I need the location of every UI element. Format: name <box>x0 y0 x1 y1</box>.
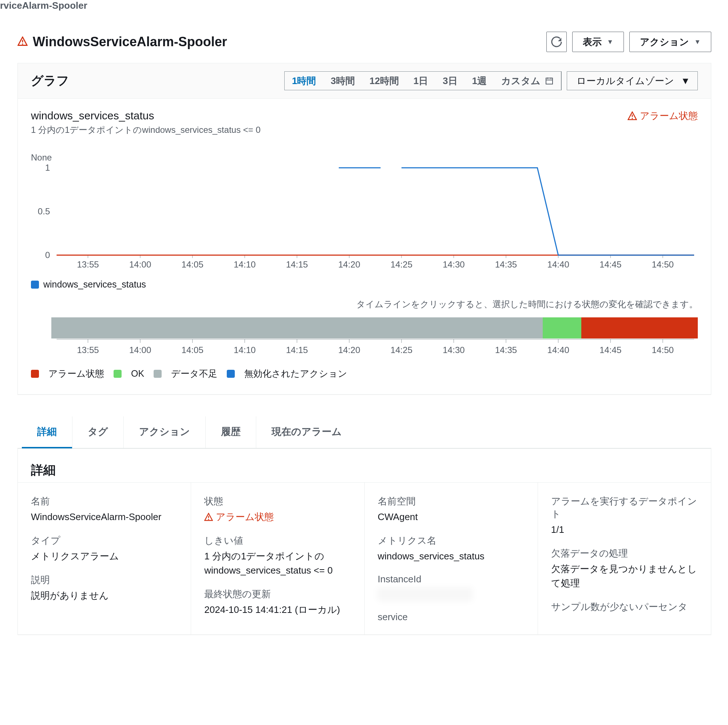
svg-text:14:05: 14:05 <box>182 260 203 269</box>
field-value-instance: i-00000000000000000 <box>378 587 525 601</box>
timezone-label: ローカルタイムゾーン <box>577 75 674 87</box>
field-value-namespace: CWAgent <box>378 510 525 524</box>
graph-header: グラフ <box>31 72 69 89</box>
chart-y-label: None <box>31 153 698 163</box>
actions-button-label: アクション <box>640 36 689 48</box>
svg-rect-2 <box>546 78 552 84</box>
field-value-state: アラーム状態 <box>204 510 351 524</box>
timeline-chunk-ok[interactable] <box>543 317 582 338</box>
svg-point-7 <box>632 118 633 119</box>
display-button[interactable]: 表示 ▼ <box>572 32 624 52</box>
svg-text:14:15: 14:15 <box>286 260 308 269</box>
field-value-last-update: 2024-10-15 14:41:21 (ローカル) <box>204 603 351 617</box>
legend-insufficient: データ不足 <box>171 368 217 379</box>
svg-text:14:35: 14:35 <box>495 260 517 269</box>
svg-text:14:45: 14:45 <box>600 345 621 355</box>
caret-down-icon: ▼ <box>694 38 701 46</box>
svg-text:14:10: 14:10 <box>234 345 255 355</box>
details-col-3: 名前空間 CWAgent メトリクス名 windows_services_sta… <box>364 482 538 635</box>
svg-text:13:55: 13:55 <box>77 260 99 269</box>
field-value-type: メトリクスアラーム <box>31 549 177 563</box>
alarm-icon <box>17 37 28 48</box>
caret-down-icon: ▼ <box>681 75 690 87</box>
refresh-button[interactable] <box>546 32 567 52</box>
tab-履歴[interactable]: 履歴 <box>205 416 256 448</box>
time-range-switcher: 1時間 3時間 12時間 1日 3日 1週 カスタム <box>284 71 562 90</box>
svg-text:14:50: 14:50 <box>652 345 674 355</box>
svg-text:14:20: 14:20 <box>338 260 360 269</box>
alarm-state-badge: アラーム状態 <box>627 110 698 122</box>
svg-text:14:25: 14:25 <box>391 260 412 269</box>
tab-タグ[interactable]: タグ <box>72 416 123 448</box>
timeline-hint: タイムラインをクリックすると、選択した時間における状態の変化を確認できます。 <box>31 298 698 310</box>
timeline-chunk-insufficient[interactable] <box>51 317 543 338</box>
range-3d[interactable]: 3日 <box>435 72 465 90</box>
series-swatch-icon <box>31 281 39 289</box>
range-custom[interactable]: カスタム <box>494 72 561 90</box>
tab-現在のアラーム[interactable]: 現在のアラーム <box>256 416 357 448</box>
svg-text:14:30: 14:30 <box>443 260 465 269</box>
field-value-desc: 説明がありません <box>31 589 177 603</box>
field-value-name: WindowsServiceAlarm-Spooler <box>31 510 177 524</box>
field-value-threshold: 1 分内の1データポイントのwindows_services_status <=… <box>204 549 351 578</box>
svg-text:14:45: 14:45 <box>600 260 621 269</box>
svg-text:14:15: 14:15 <box>286 345 308 355</box>
svg-text:13:55: 13:55 <box>77 345 99 355</box>
field-value-missing: 欠落データを見つかりませんとして処理 <box>551 562 698 590</box>
field-label: 欠落データの処理 <box>551 547 698 560</box>
state-legend: アラーム状態 OK データ不足 無効化されたアクション <box>31 368 698 379</box>
svg-text:14:30: 14:30 <box>443 345 465 355</box>
line-chart[interactable]: 10.5013:5514:0014:0514:1014:1514:2014:25… <box>31 164 698 273</box>
field-value-state-text: アラーム状態 <box>216 510 274 524</box>
svg-text:1: 1 <box>45 164 50 173</box>
state-timeline[interactable] <box>51 317 698 338</box>
swatch-ok-icon <box>113 370 122 378</box>
field-label: しきい値 <box>204 534 351 547</box>
field-label: 名前空間 <box>378 495 525 508</box>
chart-title: windows_services_status <box>31 110 261 122</box>
svg-text:14:05: 14:05 <box>182 345 203 355</box>
header-row: WindowsServiceAlarm-Spooler 表示 ▼ アクション ▼ <box>17 32 711 52</box>
svg-text:14:40: 14:40 <box>547 345 569 355</box>
timeline-chunk-alarm[interactable] <box>581 317 698 338</box>
range-12h[interactable]: 12時間 <box>362 72 406 90</box>
svg-point-63 <box>208 519 209 520</box>
calendar-icon <box>545 76 554 85</box>
alarm-state-text: アラーム状態 <box>640 110 698 122</box>
field-label: InstanceId <box>378 574 525 585</box>
svg-text:14:00: 14:00 <box>129 260 151 269</box>
svg-text:0: 0 <box>45 250 50 260</box>
details-header: 詳細 <box>31 462 698 479</box>
details-col-4: アラームを実行するデータポイント 1/1 欠落データの処理 欠落データを見つかり… <box>538 482 711 635</box>
legend-alarm: アラーム状態 <box>48 368 104 379</box>
tabs: 詳細タグアクション履歴現在のアラーム <box>17 416 711 448</box>
alarm-icon <box>204 513 213 522</box>
field-label: メトリクス名 <box>378 534 525 547</box>
actions-button[interactable]: アクション ▼ <box>629 32 711 52</box>
svg-text:14:00: 14:00 <box>129 345 151 355</box>
field-label: 説明 <box>31 574 177 586</box>
field-value-metric: windows_services_status <box>378 549 525 563</box>
timeline-axis: 13:5514:0014:0514:1014:1514:2014:2514:30… <box>31 338 698 357</box>
field-label: タイプ <box>31 534 177 547</box>
svg-text:14:25: 14:25 <box>391 345 412 355</box>
field-label: アラームを実行するデータポイント <box>551 495 698 520</box>
details-card: 詳細 名前 WindowsServiceAlarm-Spooler タイプ メト… <box>17 448 711 635</box>
legend-disabled: 無効化されたアクション <box>244 368 347 379</box>
range-1h[interactable]: 1時間 <box>284 72 323 90</box>
svg-text:14:40: 14:40 <box>547 260 569 269</box>
page-title: WindowsServiceAlarm-Spooler <box>33 34 227 49</box>
tab-詳細[interactable]: 詳細 <box>22 416 72 448</box>
swatch-insufficient-icon <box>154 370 162 378</box>
tab-アクション[interactable]: アクション <box>123 416 205 448</box>
svg-text:14:10: 14:10 <box>234 260 255 269</box>
timezone-select[interactable]: ローカルタイムゾーン ▼ <box>567 71 698 90</box>
alarm-icon <box>627 112 637 121</box>
field-label: 最終状態の更新 <box>204 588 351 601</box>
chart-subtitle: 1 分内の1データポイントのwindows_services_status <=… <box>31 124 261 136</box>
graph-card: グラフ 1時間 3時間 12時間 1日 3日 1週 カスタム <box>17 63 711 395</box>
range-1d[interactable]: 1日 <box>406 72 435 90</box>
range-3h[interactable]: 3時間 <box>323 72 362 90</box>
range-1w[interactable]: 1週 <box>465 72 494 90</box>
swatch-alarm-icon <box>31 370 39 378</box>
